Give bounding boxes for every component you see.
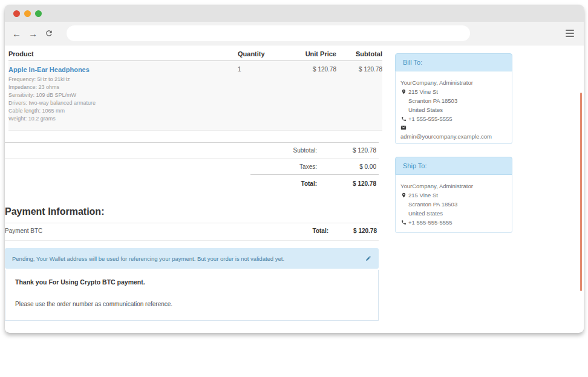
bill-to-street: 215 Vine St	[408, 88, 438, 95]
edit-pencil-icon[interactable]	[365, 255, 371, 261]
pending-alert-text: Pending, Your Wallet address will be use…	[12, 255, 284, 262]
scrollbar-thumb[interactable]	[580, 93, 582, 291]
product-link[interactable]: Apple In-Ear Headphones	[8, 66, 238, 73]
column-header-subtotal: Subtotal	[336, 50, 382, 57]
screenshot-stage: ← → Product Quantity Unit Price Subtotal	[0, 0, 588, 377]
ship-to-country: United States	[400, 209, 507, 218]
subtotal-label: Subtotal:	[5, 147, 317, 154]
browser-window: ← → Product Quantity Unit Price Subtotal	[5, 5, 584, 333]
order-main-column: Product Quantity Unit Price Subtotal App…	[8, 45, 382, 131]
window-titlebar	[5, 5, 584, 22]
unit-price-value: $ 120.78	[274, 65, 336, 123]
reload-icon[interactable]	[45, 29, 53, 38]
back-icon[interactable]: ←	[12, 29, 21, 38]
product-spec: Impedance: 23 ohms	[8, 84, 238, 91]
total-row: Total: $ 120.78	[5, 175, 379, 192]
location-pin-icon	[400, 191, 407, 200]
divider	[5, 240, 379, 241]
bill-to-header: Bill To:	[395, 53, 512, 71]
close-window-button[interactable]	[13, 10, 20, 17]
total-amount: $ 120.78	[317, 180, 379, 187]
payment-thankyou-text: Thank you For Using Crypto BTC payment.	[15, 278, 145, 286]
column-header-quantity: Quantity	[238, 50, 274, 57]
taxes-label: Taxes:	[5, 163, 317, 170]
payment-total-amount: $ 120.78	[328, 228, 377, 234]
total-label: Total:	[5, 180, 317, 187]
bill-to-country: United States	[400, 105, 507, 114]
ship-to-phone: +1 555-555-5555	[408, 219, 452, 226]
totals-summary: Subtotal: $ 120.78 Taxes: $ 0.00 Total: …	[5, 142, 379, 192]
product-spec: Drivers: two-way balanced armature	[8, 99, 238, 107]
taxes-amount: $ 0.00	[317, 163, 379, 170]
bill-to-city: Scranton PA 18503	[400, 96, 507, 105]
bill-to-name: YourCompany, Administrator	[400, 78, 507, 87]
payment-method-name: Payment BTC	[5, 228, 42, 234]
product-spec: Frequency: 5Hz to 21kHz	[8, 76, 238, 84]
subtotal-value: $ 120.78	[336, 65, 382, 123]
product-spec: Weight: 10.2 grams	[8, 115, 238, 123]
browser-toolbar: ← →	[5, 22, 584, 45]
page-content: Product Quantity Unit Price Subtotal App…	[5, 45, 584, 332]
pending-alert: Pending, Your Wallet address will be use…	[5, 248, 379, 269]
bill-to-phone: +1 555-555-5555	[408, 116, 452, 122]
ship-to-street: 215 Vine St	[408, 192, 438, 198]
payment-method-row: Payment BTC Total: $ 120.78	[5, 228, 379, 234]
quantity-value: 1	[238, 65, 274, 123]
payment-message-box: Thank you For Using Crypto BTC payment. …	[5, 270, 379, 321]
payment-information-heading: Payment Information:	[5, 206, 379, 217]
ship-to-header: Ship To:	[395, 157, 512, 175]
location-pin-icon	[400, 87, 407, 96]
ship-to-title: Ship To:	[403, 162, 427, 169]
phone-icon	[400, 114, 407, 123]
minimize-window-button[interactable]	[24, 10, 31, 17]
taxes-row: Taxes: $ 0.00	[5, 159, 379, 174]
bill-to-email: admin@yourcompany.example.com	[400, 133, 507, 140]
bill-to-title: Bill To:	[403, 59, 422, 66]
envelope-icon	[400, 123, 407, 133]
ship-to-card: Ship To: YourCompany, Administrator 215 …	[395, 157, 512, 233]
table-row: Apple In-Ear Headphones Frequency: 5Hz t…	[8, 61, 382, 131]
ship-to-name: YourCompany, Administrator	[400, 182, 507, 191]
column-header-product: Product	[8, 50, 238, 57]
subtotal-amount: $ 120.78	[317, 147, 379, 154]
bill-to-card: Bill To: YourCompany, Administrator 215 …	[395, 53, 512, 144]
column-header-unit-price: Unit Price	[274, 50, 336, 57]
product-spec: Cable length: 1065 mm	[8, 107, 238, 115]
payment-instruction-text: Please use the order number as communica…	[15, 301, 172, 307]
url-bar[interactable]	[67, 25, 470, 41]
product-spec: Sensitivity: 109 dB SPL/mW	[8, 91, 238, 99]
payment-total-label: Total:	[313, 228, 328, 234]
forward-icon[interactable]: →	[28, 29, 38, 38]
subtotal-row: Subtotal: $ 120.78	[5, 143, 379, 159]
divider	[5, 223, 379, 223]
ship-to-city: Scranton PA 18503	[400, 200, 507, 209]
menu-icon[interactable]	[566, 30, 574, 37]
order-table-header: Product Quantity Unit Price Subtotal	[8, 45, 382, 61]
phone-icon	[400, 218, 407, 227]
zoom-window-button[interactable]	[35, 10, 42, 17]
